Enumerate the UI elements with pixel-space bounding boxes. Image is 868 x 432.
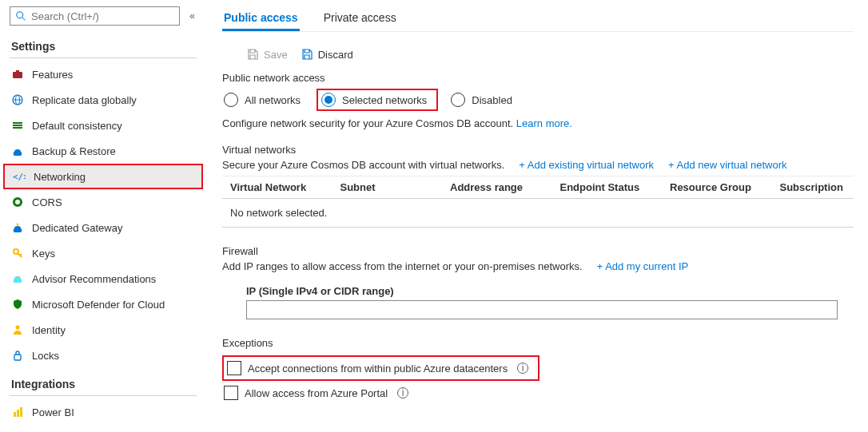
gateway-icon xyxy=(11,221,24,234)
svg-rect-3 xyxy=(16,70,19,73)
sidebar-item-label: Dedicated Gateway xyxy=(32,222,122,234)
consistency-icon xyxy=(11,119,24,132)
sidebar-item-label: Locks xyxy=(32,350,59,362)
ip-field-label: IP (Single IPv4 or CIDR range) xyxy=(222,277,854,300)
radio-label: Disabled xyxy=(472,94,512,106)
sidebar-item-label: Networking xyxy=(34,171,86,183)
cors-icon xyxy=(11,196,24,208)
tabs: Public access Private access xyxy=(222,3,854,32)
learn-more-link[interactable]: Learn more. xyxy=(516,117,572,129)
sidebar-item-label: Microsoft Defender for Cloud xyxy=(32,299,165,311)
vnet-desc: Secure your Azure Cosmos DB account with… xyxy=(222,159,504,171)
sidebar-item-label: Keys xyxy=(32,248,55,260)
tab-public-access[interactable]: Public access xyxy=(222,3,300,31)
radio-icon xyxy=(451,93,465,107)
main-content: Public access Private access Save Discar… xyxy=(206,0,868,432)
sidebar-item-advisor[interactable]: Advisor Recommendations xyxy=(3,266,203,291)
section-divider xyxy=(10,395,197,396)
highlight-accept-exception: Accept connections from within public Az… xyxy=(222,355,540,381)
checkbox-accept-azure-dc[interactable]: Accept connections from within public Az… xyxy=(225,358,533,378)
info-icon[interactable]: i xyxy=(517,363,528,374)
sidebar-item-backup[interactable]: Backup & Restore xyxy=(3,138,203,164)
search-row: « xyxy=(3,0,203,30)
checkbox-icon xyxy=(224,386,238,400)
pna-help-text: Configure network security for your Azur… xyxy=(222,117,513,129)
sidebar: « Settings Features Replicate data globa… xyxy=(0,0,206,432)
radio-all-networks[interactable]: All networks xyxy=(222,91,305,109)
add-existing-vnet-link[interactable]: + Add existing virtual network xyxy=(519,159,654,171)
discard-icon xyxy=(301,48,313,61)
svg-rect-8 xyxy=(13,125,22,126)
sidebar-item-label: Default consistency xyxy=(32,120,122,132)
info-icon[interactable]: i xyxy=(397,387,408,398)
search-icon xyxy=(15,10,26,22)
sidebar-item-identity[interactable]: Identity xyxy=(3,317,203,343)
save-label: Save xyxy=(264,49,288,61)
vnet-title: Virtual networks xyxy=(222,144,854,156)
radio-icon xyxy=(224,93,238,107)
sidebar-item-keys[interactable]: Keys xyxy=(3,240,203,266)
pna-help: Configure network security for your Azur… xyxy=(222,117,854,129)
exceptions-title: Exceptions xyxy=(222,337,854,349)
svg-rect-19 xyxy=(14,355,21,360)
svg-text:</>: </> xyxy=(13,172,26,182)
highlight-selected-networks: Selected networks xyxy=(317,89,438,111)
firewall-desc: Add IP ranges to allow access from the i… xyxy=(222,260,583,272)
firewall-actions-row: Add IP ranges to allow access from the i… xyxy=(222,260,854,272)
checkbox-label: Accept connections from within public Az… xyxy=(248,363,508,375)
sidebar-item-networking[interactable]: </> Networking xyxy=(3,164,203,189)
radio-disabled[interactable]: Disabled xyxy=(449,91,517,109)
sidebar-item-label: Power BI xyxy=(32,406,74,418)
save-button[interactable]: Save xyxy=(246,48,288,61)
sidebar-item-label: Features xyxy=(32,69,73,81)
col-range: Address range xyxy=(450,181,560,193)
backup-icon xyxy=(11,145,24,157)
discard-label: Discard xyxy=(318,49,353,61)
svg-point-0 xyxy=(17,12,23,18)
sidebar-item-label: CORS xyxy=(32,196,62,208)
sidebar-item-label: Identity xyxy=(32,324,66,336)
svg-point-18 xyxy=(16,326,20,330)
powerbi-icon xyxy=(11,406,24,418)
radio-label: Selected networks xyxy=(342,94,427,106)
radio-label: All networks xyxy=(245,94,301,106)
svg-rect-21 xyxy=(17,410,19,417)
lock-icon xyxy=(11,349,24,362)
pna-label: Public network access xyxy=(222,72,854,84)
checkbox-icon xyxy=(227,361,241,375)
sidebar-item-label: Backup & Restore xyxy=(32,145,116,157)
save-icon xyxy=(246,48,259,61)
collapse-sidebar-icon[interactable]: « xyxy=(186,10,198,22)
discard-button[interactable]: Discard xyxy=(301,48,353,61)
sidebar-item-gateway[interactable]: Dedicated Gateway xyxy=(3,215,203,240)
svg-rect-9 xyxy=(13,127,22,129)
pna-radios: All networks Selected networks Disabled xyxy=(222,89,854,111)
svg-point-13 xyxy=(17,224,19,226)
radio-selected-networks[interactable]: Selected networks xyxy=(320,91,432,109)
add-new-vnet-link[interactable]: + Add new virtual network xyxy=(668,159,787,171)
checkbox-allow-portal[interactable]: Allow access from Azure Portal i xyxy=(222,382,854,403)
firewall-title: Firewall xyxy=(222,245,854,257)
globe-icon xyxy=(11,93,24,106)
sidebar-item-locks[interactable]: Locks xyxy=(3,343,203,368)
section-divider xyxy=(10,57,197,58)
ip-input[interactable] xyxy=(246,300,838,319)
sidebar-item-defender[interactable]: Microsoft Defender for Cloud xyxy=(3,291,203,317)
add-my-ip-link[interactable]: + Add my current IP xyxy=(597,260,689,272)
toolbar: Save Discard xyxy=(222,40,854,70)
sidebar-item-replicate[interactable]: Replicate data globally xyxy=(3,87,203,113)
sidebar-item-consistency[interactable]: Default consistency xyxy=(3,113,203,138)
sidebar-item-cors[interactable]: CORS xyxy=(3,189,203,215)
sidebar-item-features[interactable]: Features xyxy=(3,61,203,87)
tab-private-access[interactable]: Private access xyxy=(322,3,398,31)
svg-line-1 xyxy=(22,18,26,21)
search-input[interactable] xyxy=(31,10,174,22)
col-subnet: Subnet xyxy=(340,181,451,193)
firewall-block: Firewall Add IP ranges to allow access f… xyxy=(222,245,854,319)
shield-icon xyxy=(11,298,24,311)
exceptions-block: Exceptions Accept connections from withi… xyxy=(222,337,854,403)
sidebar-item-powerbi[interactable]: Power BI xyxy=(3,399,203,425)
key-icon xyxy=(11,247,24,260)
col-endpoint: Endpoint Status xyxy=(560,181,671,193)
search-box[interactable] xyxy=(10,6,180,26)
